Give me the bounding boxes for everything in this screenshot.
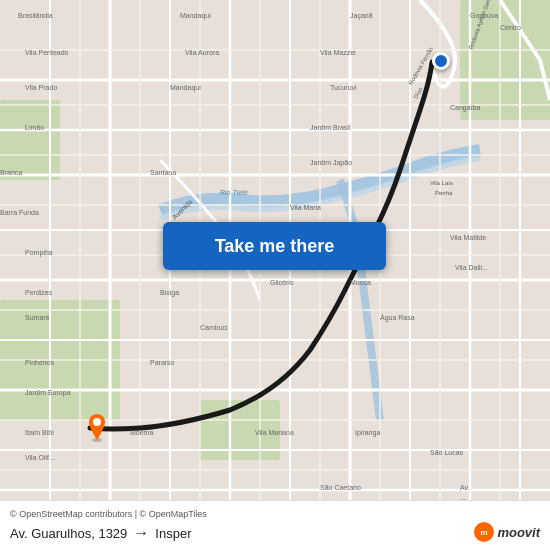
- origin-pin: [85, 414, 109, 438]
- svg-text:Vila Mariana: Vila Mariana: [255, 429, 294, 436]
- svg-text:Santana: Santana: [150, 169, 176, 176]
- svg-text:Jardim Brasil: Jardim Brasil: [310, 124, 351, 131]
- moovit-icon: m: [474, 522, 494, 542]
- bottom-bar: © OpenStreetMap contributors | © OpenMap…: [0, 500, 550, 550]
- svg-text:Branca: Branca: [0, 169, 22, 176]
- svg-text:Mooca: Mooca: [350, 279, 371, 286]
- map-attribution: © OpenStreetMap contributors | © OpenMap…: [10, 509, 540, 519]
- moovit-logo: m moovit: [474, 522, 540, 542]
- svg-text:Bixiga: Bixiga: [160, 289, 179, 297]
- map-svg: Brasilândia Mandaqui Jaçanã Gopoúva Cent…: [0, 0, 550, 550]
- map-container: Brasilândia Mandaqui Jaçanã Gopoúva Cent…: [0, 0, 550, 550]
- svg-text:Sumaré: Sumaré: [25, 314, 50, 321]
- svg-text:Cambuci: Cambuci: [200, 324, 228, 331]
- svg-text:Rio Tietê: Rio Tietê: [220, 189, 248, 196]
- svg-text:São Caetano: São Caetano: [320, 484, 361, 491]
- svg-text:Vila Matilde: Vila Matilde: [450, 234, 486, 241]
- svg-text:Vila Dalli...: Vila Dalli...: [455, 264, 488, 271]
- svg-text:Vila Aurora: Vila Aurora: [185, 49, 219, 56]
- svg-text:Moema: Moema: [130, 429, 153, 436]
- svg-text:Centro: Centro: [500, 24, 521, 31]
- route-from: Av. Guarulhos, 1329: [10, 526, 127, 541]
- svg-marker-5: [20, 310, 110, 400]
- svg-text:Jaçanã: Jaçanã: [350, 12, 373, 20]
- svg-text:Vila Maria: Vila Maria: [290, 204, 321, 211]
- svg-text:Mandaqui: Mandaqui: [170, 84, 201, 92]
- svg-text:Perdizes: Perdizes: [25, 289, 53, 296]
- svg-point-92: [93, 418, 101, 426]
- route-to: Insper: [155, 526, 191, 541]
- svg-text:Cangaíba: Cangaíba: [450, 104, 480, 112]
- route-arrow-icon: →: [133, 524, 149, 542]
- svg-text:Água Rasa: Água Rasa: [380, 313, 415, 322]
- svg-text:Tucuruvi: Tucuruvi: [330, 84, 357, 91]
- svg-text:Jardim Europa: Jardim Europa: [25, 389, 71, 397]
- svg-text:Glicério: Glicério: [270, 279, 294, 286]
- svg-text:São Lucas: São Lucas: [430, 449, 464, 456]
- svg-text:Penha: Penha: [435, 190, 453, 196]
- svg-text:Mandaqui: Mandaqui: [180, 12, 211, 20]
- destination-pin: [432, 52, 450, 70]
- svg-text:Pompêia: Pompêia: [25, 249, 53, 257]
- svg-text:Vila Olif...: Vila Olif...: [25, 454, 55, 461]
- svg-text:Ipiranga: Ipiranga: [355, 429, 380, 437]
- svg-text:Vila Mazzei: Vila Mazzei: [320, 49, 356, 56]
- svg-text:Itaim Bibi: Itaim Bibi: [25, 429, 54, 436]
- svg-text:Av.: Av.: [460, 484, 470, 491]
- route-info: Av. Guarulhos, 1329 → Insper: [10, 524, 540, 542]
- take-me-there-button[interactable]: Take me there: [163, 222, 386, 270]
- svg-text:Jardim Japão: Jardim Japão: [310, 159, 352, 167]
- moovit-brand-text: moovit: [497, 525, 540, 540]
- svg-text:Paraíso: Paraíso: [150, 359, 174, 366]
- svg-text:Limão: Limão: [25, 124, 44, 131]
- svg-text:m: m: [481, 528, 488, 537]
- svg-text:Vila Laís: Vila Laís: [430, 180, 453, 186]
- origin-pin-icon: [85, 414, 109, 442]
- svg-text:Brasilândia: Brasilândia: [18, 12, 53, 19]
- svg-text:Barra Funda: Barra Funda: [0, 209, 39, 216]
- moovit-logo-svg: m: [477, 525, 491, 539]
- svg-text:Vlla Prado: Vlla Prado: [25, 84, 57, 91]
- svg-text:Vila Penteado: Vila Penteado: [25, 49, 69, 56]
- svg-text:Pinheiros: Pinheiros: [25, 359, 55, 366]
